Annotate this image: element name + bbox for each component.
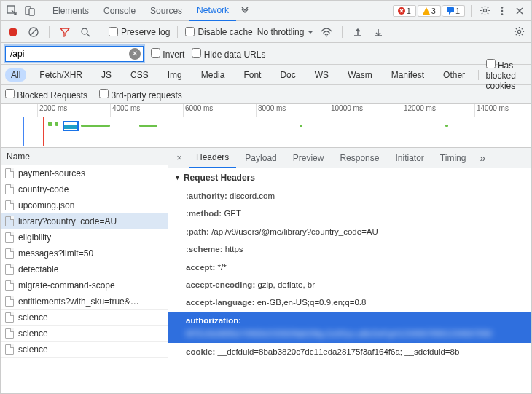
svg-point-7 — [501, 9, 504, 12]
download-har-icon[interactable] — [370, 24, 386, 40]
header-value: GET — [224, 209, 241, 218]
more-detail-tabs-icon[interactable]: » — [474, 152, 490, 164]
type-filter-fetch[interactable]: Fetch/XHR — [34, 68, 88, 82]
filter-icon[interactable] — [57, 24, 73, 40]
detail-tab-preview[interactable]: Preview — [286, 148, 332, 168]
svg-point-8 — [501, 13, 504, 15]
file-icon — [5, 312, 14, 323]
upload-har-icon[interactable] — [350, 24, 366, 40]
request-row[interactable]: science — [1, 310, 168, 326]
request-list: payment-sourcescountry-codeupcoming.json… — [1, 165, 168, 394]
type-filter-media[interactable]: Media — [195, 68, 231, 82]
hide-data-urls-checkbox[interactable]: Hide data URLs — [192, 48, 265, 60]
tab-elements[interactable]: Elements — [45, 1, 96, 21]
header-row[interactable]: :authority: discord.com — [168, 187, 531, 205]
tab-network[interactable]: Network — [189, 1, 236, 21]
header-key: :authority: — [186, 192, 230, 200]
network-settings-icon[interactable] — [511, 24, 527, 40]
type-filter-img[interactable]: Img — [162, 68, 188, 82]
request-name: science — [18, 312, 48, 323]
third-party-checkbox[interactable]: 3rd-party requests — [99, 89, 182, 101]
type-filter-wasm[interactable]: Wasm — [342, 68, 378, 82]
file-icon — [5, 280, 14, 291]
request-row[interactable]: eligibility — [1, 229, 168, 245]
blocked-requests-checkbox[interactable]: Blocked Requests — [5, 89, 87, 101]
header-row[interactable]: accept-language: en-GB,en-US;q=0.9,en;q=… — [168, 293, 531, 311]
header-key: accept-language: — [186, 298, 257, 307]
request-row[interactable]: country-code — [1, 181, 168, 197]
timeline-overview[interactable]: 2000 ms 4000 ms 6000 ms 8000 ms 10000 ms… — [1, 104, 531, 148]
preserve-log-checkbox[interactable]: Preserve log — [109, 27, 170, 37]
throttling-select[interactable]: No throttling — [257, 27, 315, 37]
invert-checkbox[interactable]: Invert — [151, 48, 184, 60]
clear-button[interactable] — [26, 24, 42, 40]
svg-point-15 — [517, 30, 520, 33]
header-value: gzip, deflate, br — [257, 280, 315, 289]
header-row[interactable]: cookie: __dcfduid=8bab3820c7dc11eda28175… — [168, 343, 531, 360]
detail-tab-headers[interactable]: Headers — [189, 148, 236, 168]
tab-sources[interactable]: Sources — [143, 1, 189, 21]
request-row[interactable]: payment-sources — [1, 165, 168, 181]
errors-badge[interactable]: 1 — [393, 5, 416, 17]
blocked-cookies-checkbox[interactable]: Has blocked cookies — [486, 59, 527, 91]
inspect-icon[interactable] — [4, 2, 21, 20]
header-key: :method: — [186, 209, 224, 218]
settings-icon[interactable] — [476, 2, 493, 20]
header-row[interactable]: accept: */* — [168, 259, 531, 276]
search-icon[interactable] — [77, 24, 93, 40]
svg-line-13 — [87, 34, 90, 36]
request-row[interactable]: science — [1, 326, 168, 342]
file-icon — [5, 264, 14, 275]
file-icon — [5, 216, 14, 226]
disable-cache-checkbox[interactable]: Disable cache — [185, 27, 252, 37]
warnings-badge[interactable]: 3 — [418, 5, 441, 17]
detail-tab-timing[interactable]: Timing — [433, 148, 474, 168]
type-filter-font[interactable]: Font — [238, 68, 267, 82]
request-row[interactable]: library?country_code=AU — [1, 213, 168, 229]
request-name: science — [18, 328, 48, 339]
close-details-icon[interactable]: × — [171, 153, 187, 163]
request-name: eligibility — [18, 232, 51, 243]
detail-tab-response[interactable]: Response — [332, 148, 386, 168]
header-row[interactable]: :path: /api/v9/users/@me/library?country… — [168, 223, 531, 240]
header-value: discord.com — [230, 192, 275, 200]
file-icon — [5, 328, 14, 339]
kebab-menu-icon[interactable] — [493, 2, 511, 20]
network-conditions-icon[interactable] — [318, 24, 335, 40]
type-filter-other[interactable]: Other — [437, 68, 471, 82]
type-filter-css[interactable]: CSS — [125, 68, 154, 82]
type-filter-ws[interactable]: WS — [309, 68, 335, 82]
errors-count: 1 — [407, 7, 411, 15]
file-icon — [5, 200, 14, 210]
type-filter-doc[interactable]: Doc — [274, 68, 301, 82]
clear-filter-icon[interactable]: ✕ — [129, 48, 141, 60]
request-row[interactable]: detectable — [1, 261, 168, 277]
request-row[interactable]: upcoming.json — [1, 197, 168, 213]
tab-console[interactable]: Console — [96, 1, 143, 21]
type-filter-all[interactable]: All — [5, 68, 26, 82]
messages-badge[interactable]: 1 — [442, 5, 465, 17]
request-row[interactable]: entitlements?with_sku=true&… — [1, 293, 168, 310]
detail-tab-payload[interactable]: Payload — [238, 148, 283, 168]
close-devtools-icon[interactable] — [511, 2, 528, 20]
request-row[interactable]: science — [1, 342, 168, 358]
more-tabs-icon[interactable] — [236, 2, 254, 20]
request-row[interactable]: messages?limit=50 — [1, 245, 168, 261]
request-row[interactable]: migrate-command-scope — [1, 277, 168, 293]
filter-input[interactable] — [5, 46, 144, 62]
request-headers-section[interactable]: Request Headers — [168, 168, 531, 187]
header-row[interactable]: accept-encoding: gzip, deflate, br — [168, 276, 531, 293]
header-row[interactable]: :scheme: https — [168, 240, 531, 258]
name-column-header[interactable]: Name — [1, 148, 168, 165]
type-filter-js[interactable]: JS — [95, 68, 117, 82]
header-row[interactable]: :method: GET — [168, 205, 531, 222]
request-name: payment-sources — [18, 168, 85, 178]
detail-tab-initiator[interactable]: Initiator — [388, 148, 431, 168]
device-toggle-icon[interactable] — [21, 2, 39, 20]
record-button[interactable] — [5, 24, 21, 40]
header-row[interactable]: authorization: MTExNzM0NzY4NDk2ODE0NjA2M… — [168, 312, 531, 343]
request-name: country-code — [18, 184, 69, 194]
svg-point-9 — [9, 28, 17, 36]
header-key: :path: — [186, 227, 211, 236]
type-filter-manifest[interactable]: Manifest — [386, 68, 430, 82]
